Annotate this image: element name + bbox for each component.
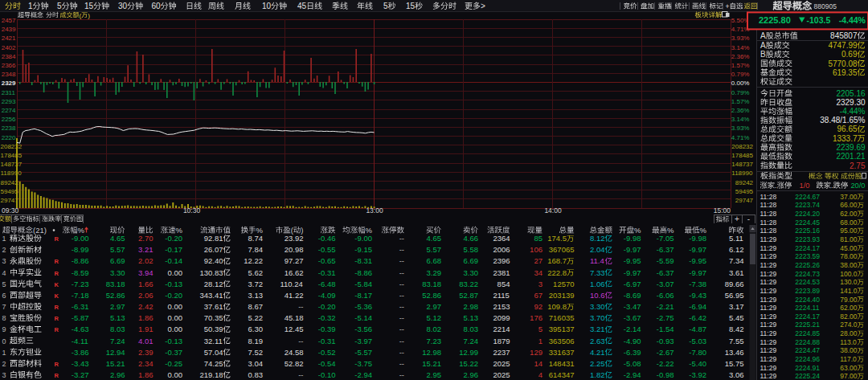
svg-text:11:28: 11:28 [760, 227, 777, 235]
svg-text:6.68: 6.68 [427, 256, 442, 265]
svg-text:15: 15 [84, 2, 94, 10]
svg-text:-3.75: -3.75 [354, 359, 372, 368]
svg-text:2.97: 2.97 [110, 302, 125, 311]
svg-text:203139: 203139 [549, 291, 575, 300]
svg-text:-: - [747, 215, 750, 223]
svg-text:2025: 2025 [493, 370, 510, 379]
svg-text:-9.97: -9.97 [624, 268, 641, 277]
svg-text:-0.93: -0.93 [657, 337, 674, 345]
svg-text:-0.25: -0.25 [165, 359, 182, 368]
svg-text:-103.5: -103.5 [807, 15, 831, 25]
svg-text:619.35: 619.35 [833, 68, 858, 77]
svg-text:1.86: 1.86 [138, 370, 154, 379]
svg-text:52.86: 52.86 [422, 291, 441, 300]
svg-text:2439: 2439 [2, 26, 16, 33]
svg-text:4.65: 4.65 [110, 234, 125, 243]
svg-text:8.42: 8.42 [729, 325, 744, 333]
svg-text:-6.42: -6.42 [689, 313, 706, 322]
svg-text:3.21: 3.21 [138, 245, 154, 254]
svg-text:-6.39: -6.39 [624, 348, 641, 357]
svg-text:2099: 2099 [493, 313, 510, 322]
svg-text:96.65: 96.65 [837, 125, 858, 133]
svg-text:1.66: 1.66 [138, 280, 154, 288]
svg-text:45.18: 45.18 [285, 313, 304, 322]
svg-text:2.39: 2.39 [138, 348, 154, 357]
svg-text:2.42: 2.42 [138, 302, 154, 311]
svg-text:208232: 208232 [1, 143, 23, 150]
svg-text:92.81: 92.81 [204, 234, 223, 243]
svg-text:11:29: 11:29 [760, 355, 777, 363]
svg-text:168.7: 168.7 [547, 256, 567, 265]
svg-text:83.18: 83.18 [106, 280, 125, 288]
svg-text:2224.47: 2224.47 [795, 346, 820, 354]
svg-text:12.22: 12.22 [244, 256, 263, 265]
svg-text:2.25: 2.25 [590, 359, 605, 368]
svg-text:5.13: 5.13 [464, 313, 479, 322]
svg-text:2239.69: 2239.69 [836, 143, 866, 152]
svg-text:29747: 29747 [1, 197, 19, 204]
svg-text:--: -- [399, 245, 404, 254]
svg-text:--: -- [298, 370, 303, 379]
svg-text:15.75: 15.75 [725, 359, 744, 368]
svg-text:2006: 2006 [493, 245, 510, 254]
svg-text:0.00: 0.00 [168, 268, 183, 277]
svg-text:178485: 178485 [1, 152, 23, 159]
svg-text:23.92: 23.92 [285, 234, 304, 243]
svg-text:11:29: 11:29 [760, 329, 777, 337]
svg-text:331637: 331637 [549, 348, 575, 357]
svg-text:): ) [88, 12, 90, 19]
svg-text:716035: 716035 [549, 313, 575, 322]
svg-text:11:28: 11:28 [760, 193, 777, 201]
svg-text:11:29: 11:29 [760, 235, 777, 243]
svg-text:2205.16: 2205.16 [836, 89, 866, 98]
svg-text:92: 92 [534, 302, 542, 311]
svg-text:2274: 2274 [2, 107, 16, 114]
svg-text:11:29: 11:29 [760, 364, 777, 372]
svg-text:20/0: 20/0 [850, 182, 865, 190]
svg-text:%: % [700, 226, 707, 235]
svg-text:1/0: 1/0 [800, 182, 810, 190]
svg-text:395137: 395137 [549, 325, 575, 333]
svg-text:109.8: 109.8 [547, 302, 567, 311]
svg-text:4.21: 4.21 [590, 348, 605, 357]
svg-text:11:28: 11:28 [760, 219, 777, 227]
svg-text:52.82: 52.82 [285, 359, 304, 368]
svg-text:-4.11: -4.11 [72, 337, 88, 345]
svg-text:52.86: 52.86 [106, 291, 125, 300]
svg-text:3.21: 3.21 [590, 325, 605, 333]
svg-text:-3.97: -3.97 [354, 337, 372, 345]
svg-text:1.06: 1.06 [590, 280, 605, 288]
svg-text:2225.16: 2225.16 [795, 227, 820, 235]
svg-text:-2.94: -2.94 [624, 370, 641, 379]
svg-text:-3.07: -3.07 [657, 280, 674, 288]
svg-text:3.72: 3.72 [248, 280, 264, 288]
svg-text:60: 60 [152, 2, 162, 10]
svg-text:-9.95: -9.95 [624, 256, 641, 265]
svg-text:274.0: 274.0 [840, 321, 858, 329]
svg-text:2: 2 [2, 246, 6, 254]
svg-text:-3.47: -3.47 [624, 302, 641, 311]
svg-text:0.00: 0.00 [168, 370, 183, 379]
svg-text:37.61: 37.61 [204, 302, 223, 311]
svg-text:-9.00: -9.00 [72, 234, 89, 243]
svg-text:2237: 2237 [493, 348, 510, 357]
svg-text:2224.17: 2224.17 [795, 313, 820, 321]
svg-text:-5.87: -5.87 [72, 313, 89, 322]
svg-text:26.07: 26.07 [204, 245, 223, 254]
svg-text:11:28: 11:28 [760, 210, 777, 218]
svg-text:8.03: 8.03 [110, 325, 125, 333]
svg-text:--: -- [399, 302, 404, 311]
svg-text:5.62: 5.62 [248, 268, 264, 277]
svg-text:100.0: 100.0 [840, 270, 858, 278]
svg-text:3.17: 3.17 [729, 302, 744, 311]
svg-text:11:29: 11:29 [760, 321, 777, 329]
svg-text:6.12: 6.12 [729, 245, 744, 254]
svg-text:5.13: 5.13 [110, 313, 125, 322]
svg-text:-3.67: -3.67 [624, 313, 641, 322]
svg-text:3.94: 3.94 [138, 268, 154, 277]
svg-text:5.11: 5.11 [729, 234, 743, 243]
svg-text:11:28: 11:28 [760, 201, 777, 209]
svg-text:8.02: 8.02 [427, 325, 442, 333]
svg-text:R: R [55, 326, 59, 333]
svg-text:-0.32: -0.32 [318, 313, 336, 322]
